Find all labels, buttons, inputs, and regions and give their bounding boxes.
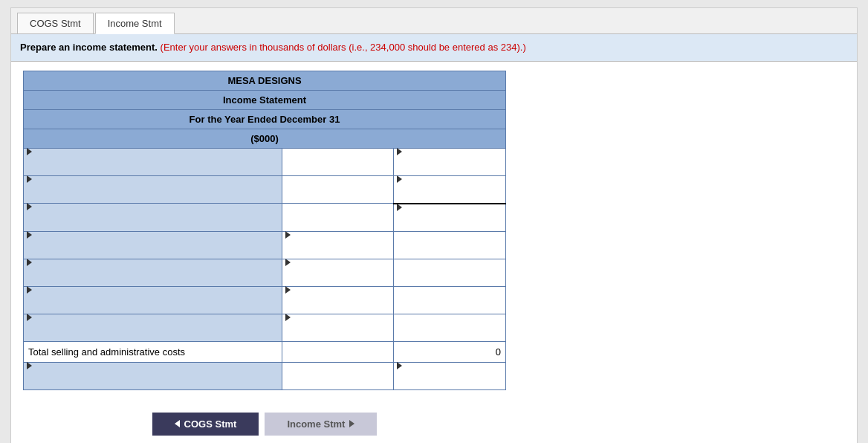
row2-arrow (27, 175, 32, 183)
content-area: MESA DESIGNS Income Statement For the Ye… (11, 62, 857, 444)
tab-cogs-stmt[interactable]: COGS Stmt (17, 13, 94, 33)
total-col1-input[interactable] (285, 344, 391, 360)
row2-col2-arrow (397, 175, 402, 183)
row7-col2-input[interactable] (397, 317, 502, 339)
row1-col2-arrow (397, 148, 402, 155)
row7-col1-arrow (285, 314, 291, 321)
row3-label-input[interactable] (27, 212, 279, 235)
table-header-unit: ($000) (24, 129, 506, 148)
row1-col2 (394, 148, 506, 175)
row4-label-cell (24, 231, 282, 259)
row7-label-cell (24, 314, 282, 341)
chevron-left-icon (175, 420, 180, 427)
instruction-bar: Prepare an income statement. (Enter your… (11, 34, 857, 62)
last-col2-arrow (397, 362, 402, 369)
table-row (24, 204, 506, 232)
row1-col1-input[interactable] (285, 151, 391, 173)
row7-arrow (27, 314, 32, 321)
last-label-input[interactable] (27, 370, 279, 392)
row5-col2-input[interactable] (397, 262, 502, 284)
row5-col2 (394, 259, 506, 286)
instruction-static: Prepare an income statement. (20, 42, 158, 53)
total-label: Total selling and administrative costs (24, 341, 282, 362)
row6-label-input[interactable] (27, 294, 279, 317)
table-header-title: Income Statement (24, 90, 506, 109)
row7-label-input[interactable] (27, 322, 279, 344)
row2-col1 (282, 175, 394, 204)
row5-label-cell (24, 259, 282, 286)
row1-label-cell (24, 148, 282, 175)
row3-col1 (282, 204, 394, 232)
row4-arrow (27, 231, 32, 239)
table-row (24, 362, 506, 389)
row4-col1 (282, 231, 394, 259)
row5-col1-input[interactable] (285, 267, 391, 289)
row4-col2 (394, 231, 506, 259)
row1-col2-input[interactable] (397, 156, 502, 178)
last-col1 (282, 362, 394, 389)
row7-col2 (394, 314, 506, 341)
row1-label-input[interactable] (27, 156, 279, 178)
row7-col1 (282, 314, 394, 341)
row5-col1-arrow (285, 259, 291, 266)
row2-col2-input[interactable] (397, 184, 502, 206)
row6-col2-input[interactable] (397, 289, 502, 311)
last-arrow (27, 362, 32, 369)
row3-col2 (394, 204, 506, 232)
tab-income-stmt[interactable]: Income Stmt (95, 13, 175, 34)
last-col2-input[interactable] (397, 370, 502, 392)
row2-col1-input[interactable] (285, 178, 391, 201)
table-row (24, 314, 506, 341)
row4-col1-arrow (285, 231, 291, 239)
row5-label-input[interactable] (27, 267, 279, 289)
row2-label-cell (24, 175, 282, 204)
forward-button[interactable]: Income Stmt (265, 413, 377, 436)
row5-arrow (27, 259, 32, 266)
row4-label-input[interactable] (27, 239, 279, 262)
row3-col2-input[interactable] (397, 212, 502, 234)
table-header-period: For the Year Ended December 31 (24, 109, 506, 129)
row6-arrow (27, 286, 32, 294)
row6-col1 (282, 286, 394, 314)
last-col1-input[interactable] (285, 365, 391, 387)
row2-label-input[interactable] (27, 184, 279, 207)
row4-col2-input[interactable] (397, 234, 502, 256)
tabs-bar: COGS Stmt Income Stmt (11, 8, 857, 34)
table-row (24, 286, 506, 314)
nav-buttons: COGS Stmt Income Stmt (23, 413, 506, 436)
instruction-dynamic: (Enter your answers in thousands of doll… (161, 42, 526, 53)
table-row (24, 148, 506, 175)
row3-label-cell (24, 204, 282, 232)
row6-col2 (394, 286, 506, 314)
total-value: 0 (394, 341, 506, 362)
table-row (24, 175, 506, 204)
back-button-label: COGS Stmt (184, 418, 237, 430)
row7-col1-input[interactable] (285, 322, 391, 344)
last-col2 (394, 362, 506, 389)
income-statement-table: MESA DESIGNS Income Statement For the Ye… (23, 71, 506, 390)
main-container: COGS Stmt Income Stmt Prepare an income … (10, 7, 858, 443)
table-row (24, 231, 506, 259)
total-col1 (282, 341, 394, 362)
row1-col1 (282, 148, 394, 175)
total-row: Total selling and administrative costs 0 (24, 341, 506, 362)
row4-col1-input[interactable] (285, 239, 391, 262)
row5-col1 (282, 259, 394, 286)
row6-col1-arrow (285, 286, 291, 294)
table-row (24, 259, 506, 286)
row3-col1-input[interactable] (285, 206, 391, 229)
forward-button-label: Income Stmt (287, 418, 345, 430)
row3-arrow (27, 203, 32, 210)
row2-col2 (394, 175, 506, 204)
table-header-company: MESA DESIGNS (24, 71, 506, 90)
last-label-cell (24, 362, 282, 389)
row6-col1-input[interactable] (285, 294, 391, 317)
chevron-right-icon (349, 420, 354, 427)
row1-arrow (27, 148, 32, 155)
back-button[interactable]: COGS Stmt (152, 413, 259, 436)
row3-col2-arrow (397, 204, 402, 211)
row6-label-cell (24, 286, 282, 314)
